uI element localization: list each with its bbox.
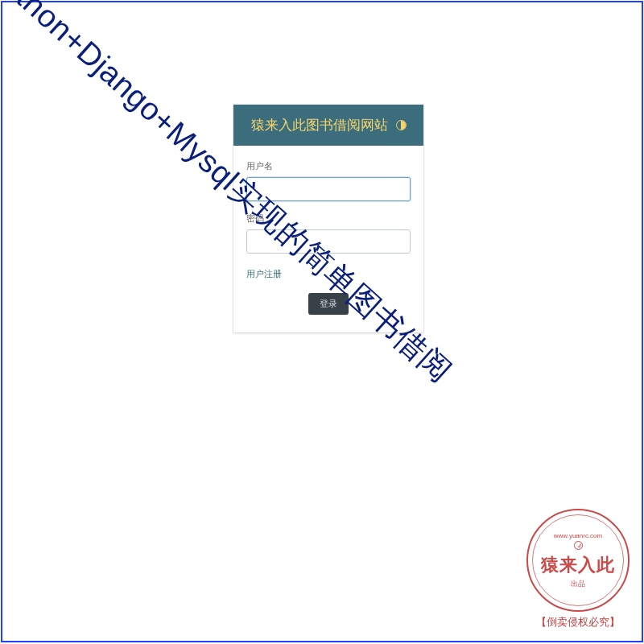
password-label: 密码 [246,213,411,225]
login-card: 猿来入此图书借阅网站 用户名 密码 用户注册 登录 [233,105,423,332]
password-group: 密码 [246,213,411,254]
username-input[interactable] [246,177,411,201]
username-group: 用户名 [246,160,411,201]
site-title: 猿来入此图书借阅网站 [251,116,388,134]
card-header: 猿来入此图书借阅网站 [233,105,423,146]
login-button[interactable]: 登录 [308,293,349,315]
register-link[interactable]: 用户注册 [246,268,282,280]
password-input[interactable] [246,229,411,254]
contrast-icon [396,120,407,130]
username-label: 用户名 [246,160,411,172]
